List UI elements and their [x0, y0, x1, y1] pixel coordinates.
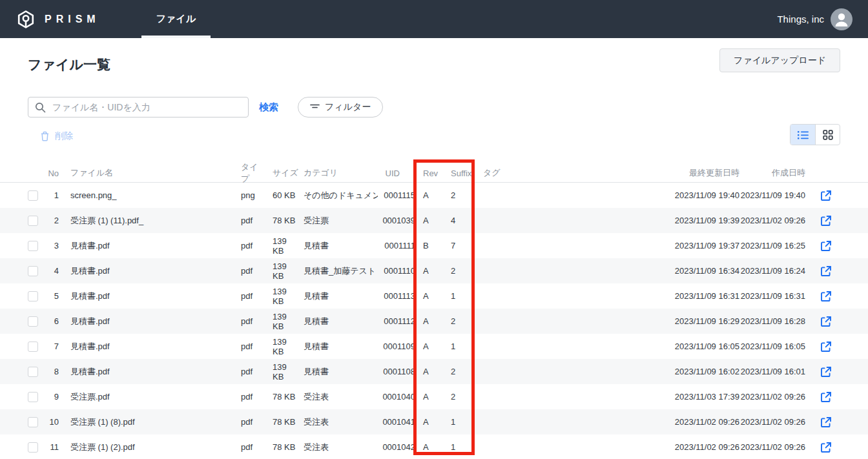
row-checkbox[interactable]	[28, 266, 38, 276]
table-row[interactable]: 10受注票 (1) (8).pdfpdf78 KB受注表0001041A1202…	[0, 409, 868, 434]
open-in-new-icon[interactable]	[820, 265, 832, 277]
open-in-new-icon[interactable]	[820, 416, 832, 428]
row-checkbox[interactable]	[28, 342, 38, 352]
row-checkbox[interactable]	[28, 442, 38, 453]
tab-files[interactable]: ファイル	[141, 0, 211, 38]
cell-rev: B	[415, 241, 446, 250]
row-checkbox[interactable]	[28, 392, 38, 402]
brand[interactable]: PRISM	[16, 9, 100, 30]
header-rev: Rev	[415, 168, 446, 178]
cell-created: 2023/11/09 19:40	[739, 190, 812, 200]
cell-size: 78 KB	[265, 442, 299, 452]
cell-updated: 2023/11/09 19:39	[665, 216, 739, 225]
table-row[interactable]: 6見積書.pdfpdf139 KB見積書0001112A22023/11/09 …	[0, 309, 868, 334]
open-in-new-icon[interactable]	[820, 341, 832, 352]
row-checkbox[interactable]	[28, 417, 38, 427]
cell-size: 139 KB	[265, 362, 299, 382]
cell-rev: A	[415, 291, 446, 301]
list-view-button[interactable]	[790, 125, 815, 145]
cell-type: png	[233, 190, 265, 200]
cell-suffix: 2	[446, 392, 479, 402]
table-row[interactable]: 8見積書.pdfpdf139 KB見積書0001108A22023/11/09 …	[0, 359, 868, 384]
table-row[interactable]: 5見積書.pdfpdf139 KB見積書0001113A12023/11/09 …	[0, 283, 868, 309]
table-row[interactable]: 4見積書.pdfpdf139 KB見積書_加藤テスト0001110A22023/…	[0, 258, 868, 283]
row-checkbox[interactable]	[28, 291, 38, 301]
open-in-new-icon[interactable]	[820, 391, 832, 403]
grid-view-button[interactable]	[815, 125, 840, 145]
delete-button[interactable]: 削除	[40, 130, 73, 142]
search-button[interactable]: 検索	[259, 101, 278, 114]
tab-files-label: ファイル	[156, 13, 196, 25]
cell-uid: 0001041	[378, 417, 415, 427]
header-suffix: Suffix	[446, 168, 479, 178]
cell-suffix: 1	[446, 291, 479, 301]
cell-category: 受注票	[299, 215, 378, 227]
row-checkbox[interactable]	[28, 190, 38, 201]
cell-size: 78 KB	[265, 392, 299, 402]
cell-category: 受注表	[299, 416, 378, 428]
user-avatar[interactable]	[831, 8, 852, 30]
magnifier-icon	[35, 102, 46, 113]
cell-created: 2023/11/02 09:26	[739, 417, 812, 427]
header-no: No	[47, 168, 59, 178]
cell-suffix: 7	[446, 241, 479, 250]
cell-category: その他のドキュメント	[299, 190, 378, 201]
cell-category: 見積書	[299, 316, 378, 327]
cell-suffix: 1	[446, 417, 479, 427]
open-in-new-icon[interactable]	[820, 215, 832, 227]
cell-no: 4	[47, 266, 59, 276]
table-row[interactable]: 11受注票 (1) (2).pdfpdf78 KB受注表0001042A1202…	[0, 434, 868, 459]
open-in-new-icon[interactable]	[820, 291, 832, 302]
cell-suffix: 2	[446, 190, 479, 200]
search-input[interactable]	[51, 101, 242, 113]
open-in-new-icon[interactable]	[820, 190, 832, 201]
view-toggle	[790, 124, 840, 145]
cell-name: 受注票.pdf	[59, 391, 233, 403]
file-table: No ファイル名 タイプ サイズ カテゴリ UID Rev Suffix タグ …	[0, 161, 868, 459]
open-in-new-icon[interactable]	[820, 442, 832, 453]
row-checkbox[interactable]	[28, 216, 38, 226]
cell-name: screen.png_	[59, 190, 233, 200]
table-row[interactable]: 1screen.png_png60 KBその他のドキュメント0001115A22…	[0, 183, 868, 208]
filter-button[interactable]: フィルター	[298, 97, 383, 117]
cell-no: 11	[47, 442, 59, 452]
cell-suffix: 1	[446, 342, 479, 351]
row-checkbox[interactable]	[28, 316, 38, 327]
cell-rev: A	[415, 342, 446, 351]
cell-uid: 0001115	[378, 190, 415, 200]
search-box[interactable]	[28, 97, 249, 117]
cell-rev: A	[415, 316, 446, 326]
row-checkbox[interactable]	[28, 367, 38, 377]
cell-name: 見積書.pdf	[59, 316, 233, 327]
header-type: タイプ	[233, 161, 265, 185]
trash-icon	[40, 131, 50, 141]
cell-size: 139 KB	[265, 236, 299, 256]
cell-updated: 2023/11/09 16:05	[665, 342, 739, 351]
cell-type: pdf	[233, 291, 265, 301]
table-row[interactable]: 3見積書.pdfpdf139 KB見積書0001111B72023/11/09 …	[0, 233, 868, 258]
cell-type: pdf	[233, 266, 265, 276]
cell-no: 2	[47, 216, 59, 225]
table-body: 1screen.png_png60 KBその他のドキュメント0001115A22…	[0, 183, 868, 459]
cell-created: 2023/11/09 16:01	[739, 367, 812, 376]
cell-no: 6	[47, 316, 59, 326]
table-row[interactable]: 9受注票.pdfpdf78 KB受注表0001040A22023/11/03 1…	[0, 384, 868, 409]
cell-name: 見積書.pdf	[59, 341, 233, 352]
cell-no: 1	[47, 190, 59, 200]
open-in-new-icon[interactable]	[820, 316, 832, 327]
open-in-new-icon[interactable]	[820, 366, 832, 378]
header-category: カテゴリ	[299, 167, 378, 179]
cell-category: 見積書	[299, 240, 378, 252]
table-row[interactable]: 2受注票 (1) (11).pdf_pdf78 KB受注票0001039A420…	[0, 208, 868, 233]
list-view-icon	[798, 130, 809, 139]
cell-category: 受注表	[299, 391, 378, 403]
open-in-new-icon[interactable]	[820, 240, 832, 252]
cell-size: 78 KB	[265, 216, 299, 225]
active-tab-underline	[141, 36, 211, 38]
cell-created: 2023/11/09 16:05	[739, 342, 812, 351]
cell-name: 受注票 (1) (2).pdf	[59, 442, 233, 453]
cell-name: 受注票 (1) (11).pdf_	[59, 215, 233, 227]
table-row[interactable]: 7見積書.pdfpdf139 KB見積書0001109A12023/11/09 …	[0, 334, 868, 359]
file-upload-button[interactable]: ファイルアップロード	[719, 48, 840, 72]
row-checkbox[interactable]	[28, 241, 38, 251]
